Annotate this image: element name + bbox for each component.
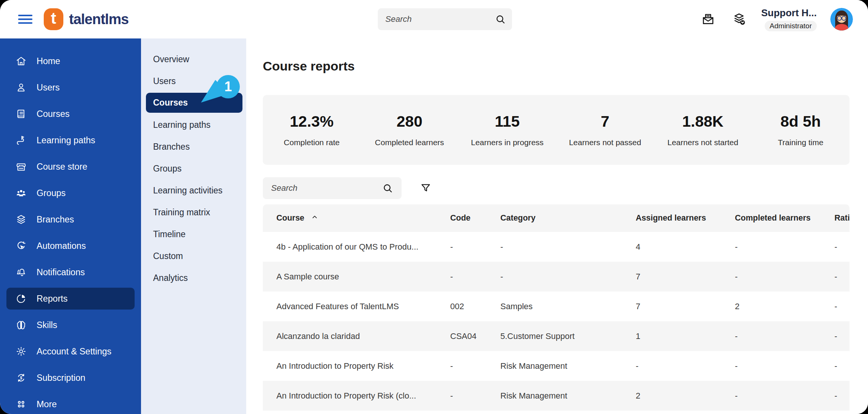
cell-rating: - [834, 391, 850, 401]
sidebar-item-notifications[interactable]: Notifications [0, 259, 141, 285]
column-header-code[interactable]: Code [450, 213, 500, 223]
table-row[interactable]: An Introduction to Property Risk (clo...… [263, 381, 850, 411]
automation-loop-icon [15, 240, 27, 252]
user-name: Support H... [761, 7, 817, 19]
submenu-item-overview[interactable]: Overview [141, 48, 246, 70]
column-header-assigned-learners[interactable]: Assigned learners [636, 213, 735, 223]
sidebar-item-label: Groups [37, 188, 66, 198]
stat-completion-rate: 12.3% Completion rate [263, 113, 360, 147]
sidebar-item-label: Skills [37, 320, 57, 330]
cell-assigned: 4 [636, 242, 735, 252]
submenu-item-groups[interactable]: Groups [141, 158, 246, 179]
cell-course: 4b - Application of our QMS to Produ... [276, 242, 450, 252]
sidebar-item-learning-paths[interactable]: Learning paths [0, 127, 141, 153]
submenu-item-analytics[interactable]: Analytics [141, 267, 246, 289]
submenu-item-courses[interactable]: Courses 1 [146, 93, 242, 113]
sidebar-item-account-settings[interactable]: Account & Settings [0, 338, 141, 365]
sidebar-item-home[interactable]: Home [0, 48, 141, 74]
table-row[interactable]: 4b - Application of our QMS to Produ... … [263, 232, 850, 262]
reports-submenu: Overview Users Courses 1 Learning paths … [141, 38, 246, 414]
sidebar-item-label: Course store [37, 162, 87, 172]
cell-completed: - [735, 391, 834, 401]
cell-rating: - [834, 361, 850, 371]
cell-code: 002 [450, 302, 500, 311]
brand-logo[interactable]: t talentlms [44, 8, 129, 30]
sidebar-item-label: Automations [37, 241, 86, 251]
cell-completed: 2 [735, 302, 834, 311]
column-header-course[interactable]: Course [276, 213, 450, 223]
gear-icon [15, 345, 27, 357]
sidebar-item-branches[interactable]: Branches [0, 206, 141, 233]
search-icon[interactable] [495, 11, 506, 28]
submenu-item-branches[interactable]: Branches [141, 136, 246, 158]
sidebar-item-label: Users [37, 83, 60, 93]
global-search-input[interactable] [385, 14, 495, 25]
cell-rating: - [834, 242, 850, 252]
table-body: 4b - Application of our QMS to Produ... … [263, 232, 850, 411]
talentlms-logo-mark: t [44, 8, 63, 30]
table-toolbar [263, 177, 868, 199]
sidebar-item-users[interactable]: Users [0, 74, 141, 101]
primary-sidebar: Home Users Courses [0, 38, 141, 414]
submenu-item-timeline[interactable]: Timeline [141, 223, 246, 245]
cell-completed: - [735, 242, 834, 252]
table-row[interactable]: An Introduction to Property Risk - Risk … [263, 351, 850, 381]
cell-assigned: 7 [636, 272, 735, 282]
messages-icon[interactable] [699, 11, 717, 28]
avatar[interactable] [830, 8, 853, 31]
page-title: Course reports [263, 58, 868, 74]
sidebar-item-course-store[interactable]: Course store [0, 153, 141, 180]
cell-course: Alcanzando la claridad [276, 331, 450, 341]
sidebar-item-groups[interactable]: Groups [0, 180, 141, 206]
column-header-completed-learners[interactable]: Completed learners [735, 213, 834, 223]
sidebar-item-label: Subscription [37, 373, 85, 383]
path-flag-icon [15, 134, 27, 146]
top-bar: t talentlms [0, 0, 868, 38]
cell-assigned: - [636, 361, 735, 371]
stat-learners-not-passed: 7 Learners not passed [556, 113, 654, 147]
cell-category: Risk Management [500, 361, 636, 371]
table-row[interactable]: Alcanzando la claridad CSA04 5.Customer … [263, 321, 850, 351]
table-row[interactable]: A Sample course - - 7 - - [263, 262, 850, 291]
cell-completed: - [735, 361, 834, 371]
submenu-item-users[interactable]: Users [141, 70, 246, 92]
column-header-category[interactable]: Category [500, 213, 636, 223]
stat-completed-learners: 280 Completed learners [360, 113, 458, 147]
cell-code: - [450, 391, 500, 401]
course-stack-icon[interactable] [730, 11, 748, 28]
search-icon[interactable] [381, 182, 394, 195]
cell-rating: - [834, 302, 850, 311]
table-row[interactable]: Advanced Features of TalentLMS 002 Sampl… [263, 291, 850, 321]
submenu-item-learning-paths[interactable]: Learning paths [141, 114, 246, 136]
submenu-item-custom[interactable]: Custom [141, 245, 246, 267]
bells-icon [15, 266, 27, 278]
submenu-item-training-matrix[interactable]: Training matrix [141, 201, 246, 223]
cell-assigned: 7 [636, 302, 735, 311]
sidebar-item-automations[interactable]: Automations [0, 233, 141, 259]
sidebar-item-skills[interactable]: Skills [0, 312, 141, 338]
cell-course: A Sample course [276, 272, 450, 282]
sidebar-item-reports[interactable]: Reports [6, 288, 135, 310]
hamburger-menu-icon[interactable] [18, 12, 32, 26]
stat-training-time: 8d 5h Training time [752, 113, 850, 147]
filter-icon[interactable] [417, 180, 434, 196]
topbar-right-cluster: Support H... Administrator [699, 0, 853, 38]
sidebar-item-label: Learning paths [37, 135, 95, 146]
column-header-rating[interactable]: Rati [834, 213, 850, 223]
submenu-item-learning-activities[interactable]: Learning activities [141, 179, 246, 201]
sidebar-item-label: More [37, 399, 57, 409]
cell-assigned: 2 [636, 391, 735, 401]
user-menu[interactable]: Support H... Administrator [761, 7, 817, 31]
sidebar-item-label: Home [37, 56, 60, 66]
brain-icon [15, 319, 27, 331]
course-reports-table: Course Code Category Assigned learners C… [263, 204, 850, 411]
sidebar-item-more[interactable]: More [0, 391, 141, 414]
app-window: t talentlms [0, 0, 868, 414]
sidebar-item-courses[interactable]: Courses [0, 101, 141, 127]
cell-category: 5.Customer Support [500, 331, 636, 341]
cell-rating: - [834, 272, 850, 282]
cell-course: An Introduction to Property Risk (clo... [276, 391, 450, 401]
sidebar-item-subscription[interactable]: $ Subscription [0, 365, 141, 391]
sidebar-item-label: Courses [37, 109, 70, 119]
table-search-input[interactable] [270, 183, 381, 193]
